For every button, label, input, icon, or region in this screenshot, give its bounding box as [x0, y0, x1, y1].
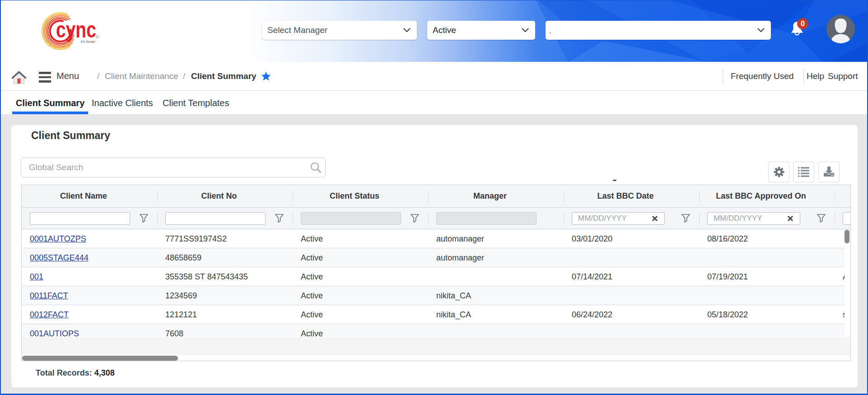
- svg-text:It's Smart: It's Smart: [81, 40, 95, 44]
- svg-text:cync: cync: [56, 17, 96, 42]
